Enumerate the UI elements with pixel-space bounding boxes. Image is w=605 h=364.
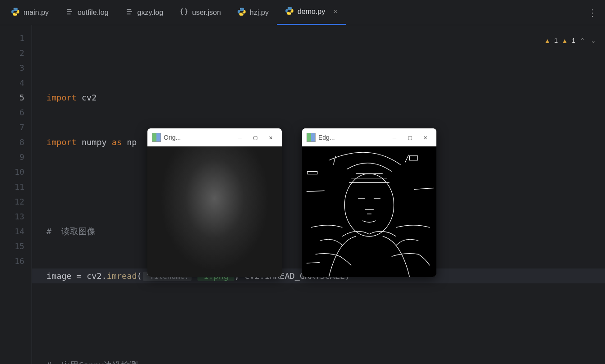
- text-file-icon: [125, 7, 134, 18]
- window-titlebar[interactable]: Orig... — ▢ ✕: [147, 128, 282, 146]
- tabs-overflow-button[interactable]: ⋮: [580, 0, 605, 25]
- tab-outfile-log[interactable]: outfile.log: [57, 0, 117, 25]
- tab-label: hzj.py: [250, 9, 269, 17]
- line-number: 9: [0, 150, 24, 164]
- tab-label: user.json: [192, 9, 221, 17]
- opencv-icon: [152, 133, 161, 142]
- line-number: 15: [0, 239, 24, 254]
- opencv-window-original[interactable]: Orig... — ▢ ✕: [147, 128, 282, 277]
- warning-icon: ▲: [544, 33, 551, 48]
- svg-point-5: [290, 14, 291, 14]
- svg-rect-6: [302, 147, 436, 277]
- line-number: 11: [0, 179, 24, 194]
- code-line[interactable]: [37, 313, 605, 328]
- python-icon: [237, 7, 246, 18]
- line-number: 13: [0, 209, 24, 224]
- line-number: 6: [0, 105, 24, 120]
- opencv-window-edges[interactable]: Edg... — ▢ ✕: [302, 128, 436, 277]
- svg-point-2: [240, 9, 241, 9]
- svg-point-1: [16, 14, 17, 15]
- close-icon[interactable]: ×: [333, 8, 337, 16]
- tab-label: gxzy.log: [138, 9, 164, 17]
- close-button[interactable]: ✕: [265, 134, 277, 141]
- tab-label: demo.py: [298, 8, 325, 16]
- chevron-up-icon[interactable]: ⌃: [580, 33, 585, 48]
- line-number: 7: [0, 120, 24, 135]
- inspection-strip[interactable]: ▲1 ▲1 ⌃ ⌄: [544, 33, 597, 48]
- text-file-icon: [65, 7, 74, 18]
- line-number: 3: [0, 60, 24, 75]
- tab-bar: main.py outfile.log gxzy.log user.json h…: [0, 0, 605, 25]
- line-number: 1: [0, 31, 24, 46]
- tab-demo-py[interactable]: demo.py ×: [277, 0, 346, 25]
- tab-hzj-py[interactable]: hzj.py: [229, 0, 277, 25]
- line-number: 10: [0, 164, 24, 179]
- line-number: 14: [0, 224, 24, 239]
- line-number: 5: [0, 90, 24, 105]
- code-line[interactable]: # 应用Canny边缘检测: [37, 358, 605, 364]
- svg-point-4: [288, 8, 289, 9]
- svg-point-0: [14, 9, 14, 9]
- minimize-button[interactable]: —: [388, 134, 401, 141]
- json-icon: [179, 7, 188, 18]
- warning-count: 1: [572, 33, 575, 48]
- image-content-edges: [302, 146, 436, 277]
- python-icon: [11, 7, 20, 18]
- opencv-icon: [307, 133, 316, 142]
- image-content-grayscale: [147, 146, 282, 277]
- tab-main-py[interactable]: main.py: [3, 0, 57, 25]
- window-title: Edg...: [318, 134, 335, 141]
- window-titlebar[interactable]: Edg... — ▢ ✕: [302, 128, 436, 146]
- line-number: 4: [0, 75, 24, 90]
- close-button[interactable]: ✕: [419, 134, 432, 141]
- tab-user-json[interactable]: user.json: [171, 0, 229, 25]
- tab-label: outfile.log: [78, 9, 109, 17]
- chevron-down-icon[interactable]: ⌄: [591, 33, 596, 48]
- window-title: Orig...: [164, 134, 181, 141]
- line-number: 8: [0, 135, 24, 150]
- code-line[interactable]: import cv2: [37, 90, 605, 105]
- maximize-button[interactable]: ▢: [403, 134, 416, 141]
- line-number: 16: [0, 254, 24, 268]
- warning-count: 1: [555, 33, 558, 48]
- line-gutter: 1 2 3 4 5 6 7 8 9 10 11 12 13 14 15 16: [0, 25, 32, 364]
- tab-gxzy-log[interactable]: gxzy.log: [117, 0, 172, 25]
- tab-label: main.py: [23, 9, 49, 17]
- maximize-button[interactable]: ▢: [249, 134, 261, 141]
- warning-icon: ▲: [561, 33, 568, 48]
- line-number: 2: [0, 46, 24, 60]
- python-icon: [285, 6, 294, 17]
- svg-point-3: [243, 14, 243, 15]
- line-number: 12: [0, 194, 24, 209]
- minimize-button[interactable]: —: [234, 134, 246, 141]
